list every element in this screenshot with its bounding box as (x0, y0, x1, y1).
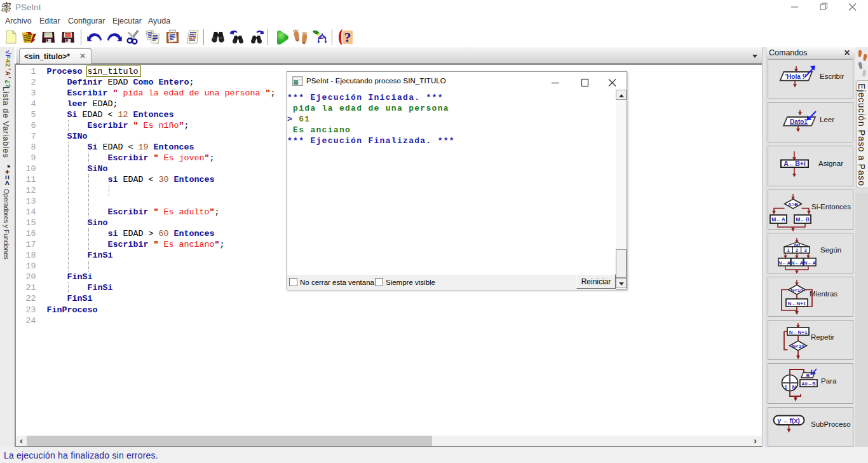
svg-text:'Hola !': 'Hola !' (785, 73, 806, 80)
svg-text:1: 1 (784, 384, 787, 390)
svg-text:N←A: N←A (791, 260, 804, 266)
svg-text:A←B+i: A←B+i (783, 160, 806, 167)
svg-text:y ←f(x): y ←f(x) (777, 417, 800, 424)
svg-text:1: 1 (787, 247, 789, 253)
svg-text:N<10: N<10 (792, 343, 804, 349)
svg-text:3: 3 (804, 247, 806, 253)
svg-text:Dato1: Dato1 (790, 118, 808, 125)
svg-text:i: i (789, 376, 790, 382)
svg-text:N<10: N<10 (790, 287, 803, 293)
svg-text:N←A: N←A (778, 260, 791, 266)
svg-text:B: B (806, 373, 810, 378)
svg-text:?: ? (344, 29, 351, 45)
svg-text:2: 2 (796, 247, 798, 253)
svg-text:N←N+1: N←N+1 (788, 301, 806, 307)
svg-text:A>B: A>B (788, 202, 798, 207)
svg-text:M←B: M←B (796, 216, 810, 223)
svg-text:N: N (792, 384, 796, 390)
svg-text:N←N+1: N←N+1 (789, 329, 808, 335)
svg-text:M←A: M←A (771, 216, 785, 223)
svg-text:N←A: N←A (804, 260, 817, 266)
svg-text:Aii←B: Aii←B (801, 381, 816, 387)
